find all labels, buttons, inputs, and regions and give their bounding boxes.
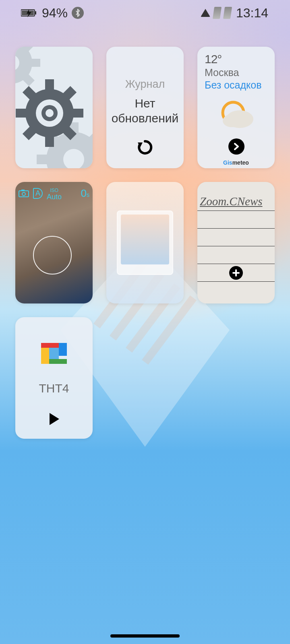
play-icon[interactable]: [47, 412, 61, 426]
journal-title: Журнал: [125, 78, 165, 91]
svg-rect-52: [49, 348, 59, 359]
camera-focus-ring: [33, 236, 72, 275]
svg-rect-32: [16, 109, 27, 118]
svg-point-47: [22, 192, 25, 196]
partly-cloudy-icon: [216, 99, 257, 131]
weather-widget[interactable]: 12° Москва Без осадков Gismeteo: [197, 47, 275, 168]
news-title: Zoom.CNews: [197, 182, 275, 211]
svg-marker-53: [50, 413, 59, 425]
wifi-icon: [201, 9, 210, 17]
battery-percentage: 94%: [42, 6, 68, 21]
svg-rect-49: [59, 343, 67, 356]
svg-rect-50: [41, 348, 49, 364]
clock: 13:14: [236, 6, 268, 21]
svg-rect-22: [37, 155, 49, 164]
news-widget[interactable]: Zoom.CNews: [197, 182, 275, 303]
gears-icon: [15, 47, 93, 168]
svg-rect-33: [72, 109, 83, 118]
svg-rect-13: [31, 59, 40, 67]
battery-charging-icon: [21, 8, 38, 17]
camera-widget[interactable]: A ISOAuto 0s: [15, 182, 93, 303]
settings-widget[interactable]: [15, 47, 93, 168]
tv-channel-name: ТНТ4: [39, 382, 69, 395]
add-icon[interactable]: [229, 266, 243, 280]
home-indicator[interactable]: [110, 634, 180, 638]
news-add-row: [197, 264, 275, 282]
news-row: [197, 229, 275, 246]
gallery-widget[interactable]: [106, 182, 184, 303]
status-bar: 94% 13:14: [0, 0, 290, 26]
news-row: [197, 246, 275, 264]
camera-icon: [19, 189, 29, 197]
weather-brand: Gismeteo: [197, 159, 275, 166]
svg-rect-48: [41, 343, 59, 348]
weather-city: Москва: [205, 67, 268, 78]
journal-widget[interactable]: Журнал Нет обновлений: [106, 47, 184, 168]
camera-top-bar: A ISOAuto 0s: [19, 186, 89, 200]
photo-placeholder-icon: [117, 211, 173, 275]
svg-rect-51: [49, 359, 67, 364]
svg-point-44: [223, 114, 240, 127]
weather-temperature: 12°: [205, 52, 268, 66]
journal-body: Нет обновлений: [112, 96, 179, 126]
svg-point-40: [46, 109, 54, 117]
camera-timer: 0s: [81, 188, 89, 198]
widget-grid: Журнал Нет обновлений 12° Москва Без оса…: [15, 47, 275, 439]
bluetooth-icon: [72, 7, 84, 19]
weather-forward-button[interactable]: [228, 138, 244, 155]
signal-icon-2: [223, 7, 232, 19]
svg-rect-6: [35, 11, 36, 14]
reload-icon[interactable]: [137, 139, 153, 155]
weather-condition: Без осадков: [205, 79, 268, 91]
tv-logo-icon: [39, 341, 69, 371]
tv-widget[interactable]: ТНТ4: [15, 317, 93, 439]
camera-iso: ISOAuto: [47, 186, 62, 200]
svg-rect-30: [45, 79, 54, 91]
news-row: [197, 211, 275, 229]
signal-icon-1: [213, 7, 222, 19]
camera-mode: A: [33, 188, 43, 199]
svg-rect-46: [21, 190, 25, 191]
svg-rect-31: [45, 136, 54, 147]
